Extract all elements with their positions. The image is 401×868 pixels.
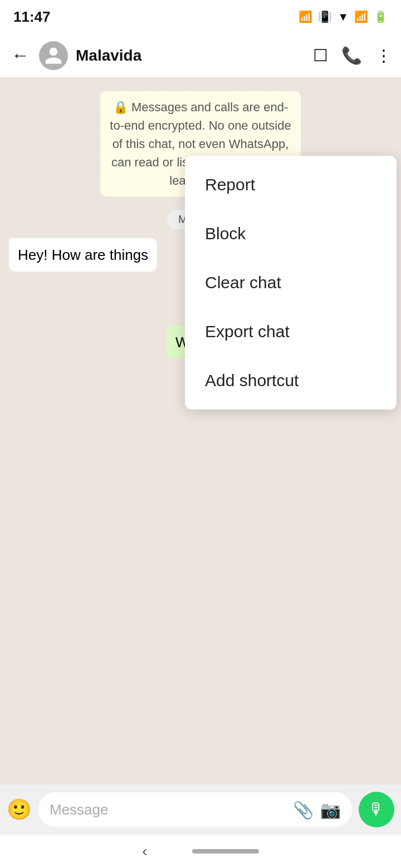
menu-item-clear-chat[interactable]: Clear chat xyxy=(185,258,397,307)
dropdown-menu: Report Block Clear chat Export chat Add … xyxy=(185,156,397,410)
back-button[interactable]: ← xyxy=(9,43,31,68)
menu-item-report[interactable]: Report xyxy=(185,160,397,209)
menu-item-export-chat[interactable]: Export chat xyxy=(185,307,397,356)
more-options-button[interactable]: ⋮ xyxy=(375,46,392,65)
phone-call-button[interactable]: 📞 xyxy=(341,46,362,65)
nav-back-button[interactable]: ‹ xyxy=(142,842,147,860)
wifi-icon: ▼ xyxy=(338,11,349,23)
menu-item-block[interactable]: Block xyxy=(185,209,397,258)
avatar[interactable] xyxy=(39,41,68,70)
status-time: 11:47 xyxy=(13,8,51,26)
menu-item-add-shortcut[interactable]: Add shortcut xyxy=(185,356,397,405)
chat-header: ← Malavida ☐ 📞 ⋮ xyxy=(0,33,401,78)
vibrate-icon: 📳 xyxy=(318,10,332,23)
battery-icon: 🔋 xyxy=(374,10,388,23)
nav-home-bar[interactable] xyxy=(192,849,259,854)
signal-icon: 📶 xyxy=(354,10,368,23)
contact-name[interactable]: Malavida xyxy=(76,47,305,65)
bluetooth-icon: 📶 xyxy=(299,10,312,23)
video-call-button[interactable]: ☐ xyxy=(313,46,328,65)
status-bar: 11:47 📶 📳 ▼ 📶 🔋 xyxy=(0,0,401,33)
chat-body: 🔒 Messages and calls are end-to-end encr… xyxy=(0,78,401,818)
status-icons: 📶 📳 ▼ 📶 🔋 xyxy=(299,10,388,23)
bottom-nav: ‹ xyxy=(0,835,401,868)
header-icons: ☐ 📞 ⋮ xyxy=(313,46,392,65)
